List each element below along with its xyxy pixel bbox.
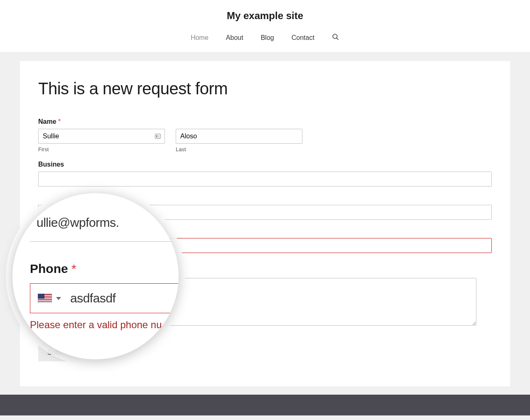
footer-bar [0, 395, 530, 415]
name-label: Name * [38, 118, 492, 125]
phone-input[interactable] [38, 238, 492, 253]
name-label-text: Name [38, 118, 56, 125]
page-title: This is a new request form [38, 79, 492, 98]
magnified-phone-label-text: Phone [30, 262, 68, 275]
first-name-sublabel: First [38, 146, 165, 152]
site-header: My example site Home About Blog Contact [0, 0, 530, 53]
nav-home[interactable]: Home [191, 34, 209, 42]
form-card: This is a new request form Name * First … [20, 61, 510, 386]
first-name-input[interactable] [38, 129, 165, 144]
business-email-input[interactable] [38, 172, 492, 187]
main-nav: Home About Blog Contact [0, 33, 530, 52]
svg-point-0 [333, 34, 337, 39]
site-title: My example site [0, 10, 530, 22]
svg-line-1 [336, 38, 339, 40]
business-label: Busines [38, 161, 492, 168]
last-name-input[interactable] [176, 129, 302, 144]
secondary-input[interactable] [38, 205, 492, 220]
nav-contact[interactable]: Contact [292, 34, 314, 42]
submit-button[interactable]: Submit [38, 344, 77, 361]
nav-about[interactable]: About [226, 34, 243, 42]
required-asterisk: * [71, 262, 76, 275]
nav-blog[interactable]: Blog [261, 34, 274, 42]
search-icon[interactable] [332, 33, 339, 42]
magnified-phone-label: Phone * [30, 262, 179, 276]
required-asterisk: * [58, 118, 61, 125]
request-textarea[interactable] [38, 278, 476, 326]
last-name-sublabel: Last [176, 146, 302, 152]
